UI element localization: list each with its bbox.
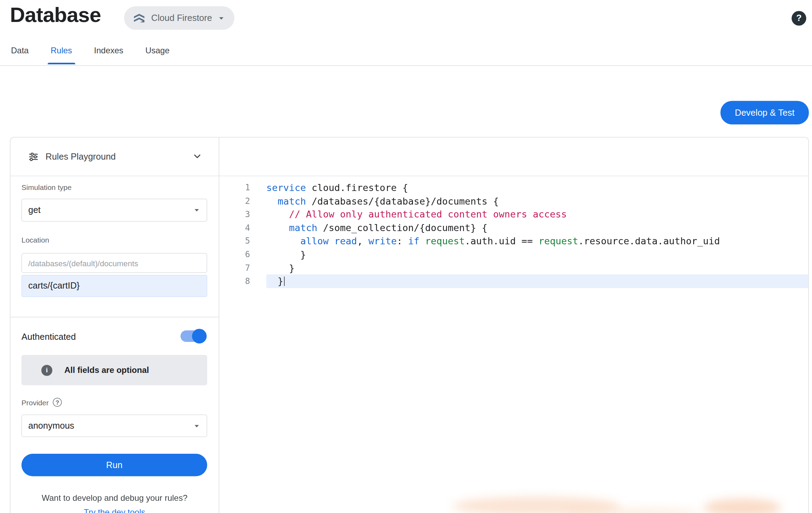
editor-line-5[interactable]: 5 allow read, write: if request.auth.uid… [219,235,809,248]
info-banner: i All fields are optional [22,355,208,385]
editor-line-2[interactable]: 2 match /databases/{database}/documents … [219,194,809,207]
simulation-type-value: get [28,205,193,215]
dev-tools-link[interactable]: Try the dev tools [10,508,219,513]
simulation-type-select[interactable]: get [22,199,208,222]
panel-divider [10,317,219,317]
provider-select[interactable]: anonymous [22,415,208,437]
develop-test-button[interactable]: Develop & Test [721,101,809,125]
editor-line-6[interactable]: 6 } [219,248,809,261]
code-line-content[interactable]: } [266,275,809,288]
code-line-content[interactable]: match /some_collection/{document} { [266,221,809,234]
code-line-content[interactable]: } [266,261,809,274]
rules-card: Rules Playground Simulation type get Loc… [10,137,809,513]
chevron-down-icon [218,14,225,22]
location-prefix[interactable]: /databases/(default)/documents [22,253,208,273]
line-number: 8 [219,275,266,288]
location-input[interactable]: carts/{cartID} [22,275,208,297]
editor-line-7[interactable]: 7 } [219,261,809,274]
info-banner-text: All fields are optional [65,366,149,375]
tab-rules[interactable]: Rules [51,46,72,64]
toggle-knob [192,329,207,344]
tabs: DataRulesIndexesUsage [11,46,170,64]
authenticated-toggle[interactable] [180,329,207,344]
tune-icon [28,151,39,162]
provider-label-row: Provider ? [22,398,62,407]
tab-usage[interactable]: Usage [145,46,170,64]
authenticated-label: Authenticated [22,332,76,343]
editor-line-4[interactable]: 4 match /some_collection/{document} { [219,221,809,234]
tabs-divider [0,66,812,66]
line-number: 6 [219,248,266,261]
product-selector[interactable]: Cloud Firestore [124,6,235,30]
editor-line-1[interactable]: 1service cloud.firestore { [219,181,809,194]
line-number: 3 [219,208,266,221]
line-number: 4 [219,221,266,234]
line-number: 5 [219,235,266,248]
location-label: Location [22,236,49,244]
rules-code-editor[interactable]: 1service cloud.firestore {2 match /datab… [219,176,809,513]
simulation-type-label: Simulation type [22,183,72,191]
editor-line-8[interactable]: 8 } [219,275,809,288]
code-line-content[interactable]: allow read, write: if request.auth.uid =… [266,235,809,248]
info-icon: i [42,365,53,376]
editor-lines: 1service cloud.firestore {2 match /datab… [219,181,809,288]
line-number: 7 [219,261,266,274]
run-button[interactable]: Run [22,454,208,476]
firestore-icon [133,12,145,24]
code-line-content[interactable]: service cloud.firestore { [266,181,809,194]
code-line-content[interactable]: match /databases/{database}/documents { [266,194,809,207]
text-cursor [284,276,285,286]
tab-indexes[interactable]: Indexes [94,46,123,64]
provider-value: anonymous [28,421,193,431]
editor-line-3[interactable]: 3 // Allow only authenticated content ow… [219,208,809,221]
line-number: 2 [219,194,266,207]
code-line-content[interactable]: } [266,248,809,261]
chevron-down-icon [193,207,201,214]
chevron-down-icon [193,422,201,429]
dev-tools-prompt: Want to develop and debug your rules? [10,493,219,503]
rules-playground-header[interactable]: Rules Playground [10,138,219,176]
line-number: 1 [219,181,266,194]
collapse-chevron-icon[interactable] [192,151,203,162]
page-title: Database [10,3,101,27]
firestore-rules-page: Database Cloud Firestore ? DataRulesInde… [0,0,812,513]
tab-data[interactable]: Data [11,46,29,64]
help-button[interactable]: ? [792,11,806,26]
product-selector-label: Cloud Firestore [151,13,212,23]
provider-label: Provider [22,398,49,406]
rules-playground-title: Rules Playground [46,151,116,162]
code-line-content[interactable]: // Allow only authenticated content owne… [266,208,809,221]
provider-help-icon[interactable]: ? [53,398,62,407]
